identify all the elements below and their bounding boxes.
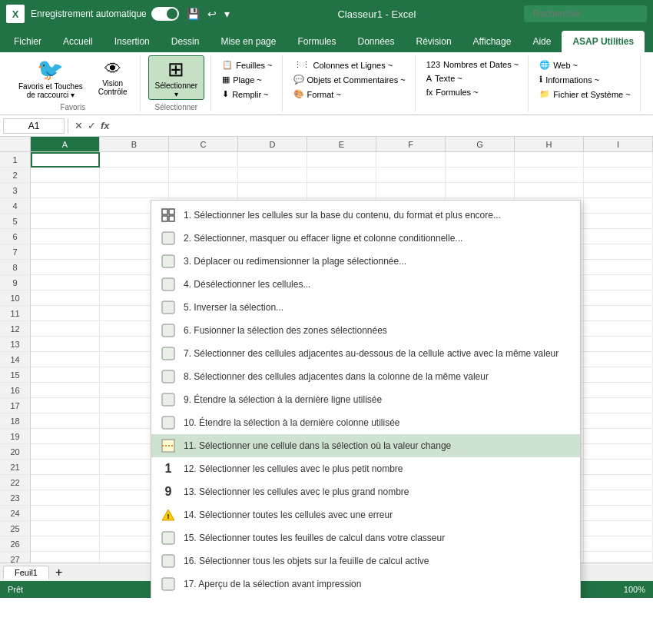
- cell-D3[interactable]: [238, 183, 307, 198]
- col-header-D[interactable]: D: [238, 137, 307, 151]
- cell-I7[interactable]: [584, 244, 653, 260]
- col-header-E[interactable]: E: [307, 137, 376, 151]
- row-header-13[interactable]: 13: [0, 337, 31, 352]
- cancel-formula-icon[interactable]: ✕: [75, 120, 83, 131]
- cell-H2[interactable]: [515, 168, 584, 183]
- col-header-B[interactable]: B: [100, 137, 169, 151]
- row-header-25[interactable]: 25: [0, 521, 31, 536]
- cell-C2[interactable]: [169, 168, 238, 183]
- menu-item-5[interactable]: 5. Inverser la sélection...: [151, 296, 580, 319]
- cell-A10[interactable]: [31, 290, 100, 306]
- cell-I18[interactable]: [584, 413, 653, 429]
- cell-I1[interactable]: [584, 152, 653, 168]
- cell-I22[interactable]: [584, 475, 653, 490]
- row-header-18[interactable]: 18: [0, 413, 31, 429]
- row-header-6[interactable]: 6: [0, 229, 31, 244]
- menu-item-8[interactable]: 8. Sélectionner des cellules adjacentes …: [151, 365, 580, 388]
- row-header-1[interactable]: 1: [0, 152, 31, 168]
- row-header-12[interactable]: 12: [0, 321, 31, 337]
- row-header-7[interactable]: 7: [0, 244, 31, 260]
- cell-I9[interactable]: [584, 275, 653, 290]
- format-button[interactable]: 🎨 Format ~: [289, 88, 346, 101]
- row-header-11[interactable]: 11: [0, 306, 31, 321]
- cell-I26[interactable]: [584, 536, 653, 552]
- cell-A11[interactable]: [31, 306, 100, 321]
- row-header-14[interactable]: 14: [0, 352, 31, 367]
- row-header-17[interactable]: 17: [0, 398, 31, 413]
- col-header-I[interactable]: I: [584, 137, 653, 151]
- cell-I24[interactable]: [584, 506, 653, 521]
- cell-A3[interactable]: [31, 183, 100, 198]
- tab-aide[interactable]: Aide: [522, 31, 562, 52]
- row-header-15[interactable]: 15: [0, 367, 31, 383]
- tab-asap[interactable]: ASAP Utilities: [562, 31, 645, 52]
- menu-item-15[interactable]: 15. Sélectionner toutes les feuilles de …: [151, 526, 580, 549]
- cell-A6[interactable]: [31, 229, 100, 244]
- vision-controle-button[interactable]: 👁 VisionContrôle: [92, 55, 134, 100]
- cell-I5[interactable]: [584, 214, 653, 229]
- name-box[interactable]: [3, 118, 65, 134]
- tab-insertion[interactable]: Insertion: [104, 31, 161, 52]
- menu-item-13[interactable]: 913. Sélectionner les cellules avec le p…: [151, 480, 580, 503]
- cell-A22[interactable]: [31, 475, 100, 490]
- texte-button[interactable]: A Texte ~: [422, 72, 467, 85]
- save-icon[interactable]: 💾: [187, 8, 200, 20]
- cell-I8[interactable]: [584, 260, 653, 275]
- menu-item-7[interactable]: 7. Sélectionner des cellules adjacentes …: [151, 342, 580, 365]
- tab-donnees[interactable]: Données: [346, 31, 405, 52]
- menu-item-9[interactable]: 9. Étendre la sélection à la dernière li…: [151, 388, 580, 411]
- row-header-4[interactable]: 4: [0, 198, 31, 214]
- cell-I6[interactable]: [584, 229, 653, 244]
- menu-item-10[interactable]: 10. Étendre la sélection à la dernière c…: [151, 411, 580, 434]
- menu-item-14[interactable]: !14. Sélectionner toutes les cellules av…: [151, 503, 580, 526]
- cell-A18[interactable]: [31, 413, 100, 429]
- row-header-26[interactable]: 26: [0, 536, 31, 552]
- cell-H3[interactable]: [515, 183, 584, 198]
- col-header-A[interactable]: A: [31, 137, 100, 151]
- row-header-9[interactable]: 9: [0, 275, 31, 290]
- cell-A2[interactable]: [31, 168, 100, 183]
- cell-A19[interactable]: [31, 429, 100, 444]
- customize-icon[interactable]: ▾: [224, 8, 230, 20]
- sheet-tab-feuil1[interactable]: Feuil1: [3, 566, 49, 579]
- favoris-button[interactable]: 🐦 Favoris et Touchesde raccourci ▾: [12, 55, 89, 100]
- menu-item-16[interactable]: 16. Sélectionner tous les objets sur la …: [151, 549, 580, 573]
- cell-C1[interactable]: [169, 152, 238, 168]
- tab-dessin[interactable]: Dessin: [161, 31, 210, 52]
- row-header-22[interactable]: 22: [0, 475, 31, 490]
- tab-fichier[interactable]: Fichier: [3, 31, 52, 52]
- row-header-23[interactable]: 23: [0, 490, 31, 506]
- cell-D1[interactable]: [238, 152, 307, 168]
- cell-B3[interactable]: [100, 183, 169, 198]
- cell-A21[interactable]: [31, 460, 100, 475]
- cell-A15[interactable]: [31, 367, 100, 383]
- formules-button[interactable]: fx Formules ~: [422, 86, 483, 98]
- cell-A17[interactable]: [31, 398, 100, 413]
- cell-A7[interactable]: [31, 244, 100, 260]
- row-header-2[interactable]: 2: [0, 168, 31, 183]
- cell-H1[interactable]: [515, 152, 584, 168]
- remplir-button[interactable]: ⬇ Remplir ~: [217, 88, 273, 101]
- cell-I4[interactable]: [584, 198, 653, 214]
- cell-I16[interactable]: [584, 383, 653, 398]
- cell-A20[interactable]: [31, 444, 100, 460]
- cell-F3[interactable]: [376, 183, 446, 198]
- cell-A24[interactable]: [31, 506, 100, 521]
- cell-A9[interactable]: [31, 275, 100, 290]
- cell-I25[interactable]: [584, 521, 653, 536]
- cell-I20[interactable]: [584, 444, 653, 460]
- formula-input[interactable]: [113, 119, 650, 133]
- insert-function-icon[interactable]: fx: [101, 120, 110, 131]
- informations-button[interactable]: ℹ Informations ~: [535, 73, 604, 86]
- cell-I19[interactable]: [584, 429, 653, 444]
- row-header-19[interactable]: 19: [0, 429, 31, 444]
- menu-item-18[interactable]: 18. Imprimer la sélection: [151, 596, 580, 598]
- cell-I14[interactable]: [584, 352, 653, 367]
- autosave-toggle[interactable]: [151, 7, 179, 21]
- cell-A8[interactable]: [31, 260, 100, 275]
- cell-F1[interactable]: [376, 152, 446, 168]
- col-header-F[interactable]: F: [376, 137, 446, 151]
- confirm-formula-icon[interactable]: ✓: [88, 120, 96, 131]
- nombres-dates-button[interactable]: 123 Nombres et Dates ~: [422, 58, 523, 71]
- col-header-C[interactable]: C: [169, 137, 238, 151]
